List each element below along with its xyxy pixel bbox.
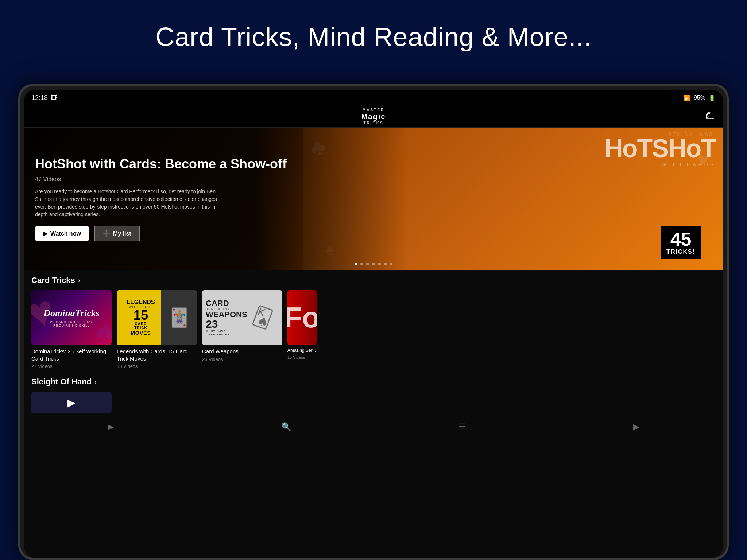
legends-trick: TRICK — [134, 326, 147, 330]
list-item[interactable]: LEGENDS WITH CARDS 15 CARD TRICK MOVES 🃏 — [117, 290, 197, 369]
weapons-bg: CARD BEN SALINAS WEAPONS 23 MUST HAVE CA… — [202, 290, 282, 345]
watch-now-button[interactable]: ▶ Watch now — [35, 226, 89, 241]
tablet-frame: 12:18 🖼 📶 95% 🔋 MASTER Magic TRICKS — [18, 84, 729, 560]
bottom-nav: ▶ 🔍 ☰ ▶ — [24, 416, 723, 438]
weapons-cards-icon: 🂮 — [250, 304, 275, 331]
time-display: 12:18 — [31, 94, 48, 102]
weapons-text-area: CARD BEN SALINAS WEAPONS 23 MUST HAVE CA… — [206, 299, 247, 336]
watch-now-label: Watch now — [50, 230, 81, 237]
domina-subtext: 25 CARD TRICKS THATREQUIRE NO SKILL — [43, 320, 100, 327]
weapons-23: 23 — [206, 319, 247, 330]
app-logo: MASTER Magic TRICKS — [361, 108, 386, 125]
weapons-card2: CARD TRICKS — [206, 333, 247, 336]
hero-title: HotShot with Cards: Become a Show-off — [35, 156, 398, 172]
amazing-card-count: 15 Videos — [287, 355, 317, 359]
sleight-of-hand-header[interactable]: Sleight Of Hand › — [31, 377, 716, 386]
hero-buttons: ▶ Watch now ➕ My list — [35, 226, 398, 241]
dot-5[interactable] — [378, 262, 381, 265]
tricks-badge: 45 TRICKS! — [661, 226, 701, 259]
battery-icon: 🔋 — [708, 94, 716, 101]
card-tricks-title: Card Tricks — [31, 276, 75, 285]
page-title: Card Tricks, Mind Reading & More... — [0, 22, 747, 52]
sleight-thumb-1[interactable]: ▶ — [31, 392, 112, 413]
legends-card2: CARD — [135, 322, 147, 326]
sleight-row-partial: ▶ — [31, 392, 716, 413]
domina-text: DominaTricks 25 CARD TRICKS THATREQUIRE … — [40, 304, 103, 331]
sleight-of-hand-section: Sleight Of Hand › ▶ — [24, 373, 723, 416]
domina-card-count: 27 Videos — [31, 363, 112, 369]
card-tricks-row: ♥ ♠ DominaTricks 25 CARD TRICKS THATREQU… — [31, 290, 716, 369]
search-icon: 🔍 — [281, 422, 291, 432]
amazing-fo-text: Fo — [287, 301, 317, 334]
hero-video-count: 47 Videos — [35, 176, 398, 183]
legends-bg: LEGENDS WITH CARDS 15 CARD TRICK MOVES 🃏 — [117, 290, 197, 345]
logo-line3: TRICKS — [361, 121, 386, 125]
tricks-label: TRICKS! — [666, 249, 695, 255]
profile-icon: ▶ — [633, 422, 639, 432]
list-item[interactable]: CARD BEN SALINAS WEAPONS 23 MUST HAVE CA… — [202, 290, 282, 369]
weapons-hand-area: 🂮 — [242, 290, 282, 345]
logo-line2: Magic — [361, 112, 386, 121]
list-item[interactable]: Fo Amazing Ser... 15 Videos — [287, 290, 317, 369]
dot-4[interactable] — [372, 262, 375, 265]
tricks-number: 45 — [666, 230, 695, 249]
hero-hotshot-text: HoTSHoT — [604, 137, 716, 160]
amazing-thumb: Fo — [287, 290, 317, 345]
legends-hand-area: 🃏 — [161, 290, 197, 345]
hero-dots — [355, 262, 392, 265]
hero-banner[interactable]: ♣ ♥ ♠ ♦ BEN SALINAS' HoTSHoT WITH CARDS … — [24, 128, 723, 270]
play-icon-sleight: ▶ — [67, 397, 76, 409]
scroll-content[interactable]: ♣ ♥ ♠ ♦ BEN SALINAS' HoTSHoT WITH CARDS … — [24, 128, 723, 558]
status-left: 12:18 🖼 — [31, 94, 57, 102]
nav-menu[interactable]: ☰ — [458, 422, 466, 432]
dot-7[interactable] — [390, 262, 392, 265]
legends-moves: MOVES — [131, 330, 151, 336]
dot-3[interactable] — [366, 262, 369, 265]
sleight-of-hand-title: Sleight Of Hand — [31, 377, 92, 386]
battery-display: 95% — [694, 94, 705, 101]
my-list-label: My list — [113, 230, 131, 237]
play-icon: ▶ — [43, 230, 47, 237]
my-list-button[interactable]: ➕ My list — [94, 226, 140, 241]
weapons-weapons-text: WEAPONS — [206, 311, 247, 319]
app-bar: MASTER Magic TRICKS — [24, 106, 723, 128]
weapons-must: MUST HAVE — [206, 330, 247, 333]
sleight-chevron[interactable]: › — [94, 378, 97, 386]
hero-content: HotShot with Cards: Become a Show-off 47… — [24, 128, 409, 270]
status-right: 📶 95% 🔋 — [684, 94, 716, 101]
domina-title-text: DominaTricks — [43, 308, 100, 319]
tablet-inner: 12:18 🖼 📶 95% 🔋 MASTER Magic TRICKS — [24, 90, 723, 558]
dot-1[interactable] — [355, 262, 357, 265]
nav-profile[interactable]: ▶ — [633, 422, 639, 432]
wifi-icon: 📶 — [684, 94, 691, 101]
dot-6[interactable] — [384, 262, 387, 265]
dot-2[interactable] — [360, 262, 363, 265]
domina-thumb: ♥ ♠ DominaTricks 25 CARD TRICKS THATREQU… — [31, 290, 112, 345]
card-tricks-header[interactable]: Card Tricks › — [31, 276, 716, 285]
nav-home[interactable]: ▶ — [108, 422, 114, 432]
domina-card-title: DominaTricks: 25 Self Working Card Trick… — [31, 348, 112, 362]
gallery-icon: 🖼 — [51, 94, 57, 102]
nav-search[interactable]: 🔍 — [281, 422, 291, 432]
weapons-card-count: 23 Videos — [202, 357, 282, 362]
domina-bg: ♥ ♠ DominaTricks 25 CARD TRICKS THATREQU… — [31, 290, 112, 345]
home-icon: ▶ — [108, 422, 114, 432]
card-tricks-section: Card Tricks › ♥ ♠ DominaTricks — [24, 270, 723, 373]
hero-description: Are you ready to become a Hotshot Card P… — [35, 188, 217, 218]
legends-title-text: LEGENDS — [127, 299, 155, 305]
list-item[interactable]: ♥ ♠ DominaTricks 25 CARD TRICKS THATREQU… — [31, 290, 112, 369]
hand-cards-icon: 🃏 — [168, 307, 190, 328]
weapons-thumb: CARD BEN SALINAS WEAPONS 23 MUST HAVE CA… — [202, 290, 282, 345]
weapons-card-text: CARD — [206, 299, 247, 307]
page-title-area: Card Tricks, Mind Reading & More... — [0, 0, 747, 66]
menu-icon: ☰ — [458, 422, 466, 432]
legends-card-count: 18 Videos — [117, 363, 197, 369]
legends-card-title: Legends with Cards: 15 Card Trick Moves — [117, 348, 197, 362]
legends-thumb: LEGENDS WITH CARDS 15 CARD TRICK MOVES 🃏 — [117, 290, 197, 345]
legends-num: 15 — [133, 309, 148, 322]
cast-icon[interactable] — [705, 112, 716, 122]
card-tricks-chevron[interactable]: › — [78, 277, 80, 284]
amazing-bg: Fo — [287, 290, 317, 345]
add-icon: ➕ — [103, 230, 110, 237]
weapons-card-title: Card Weapons — [202, 348, 282, 355]
